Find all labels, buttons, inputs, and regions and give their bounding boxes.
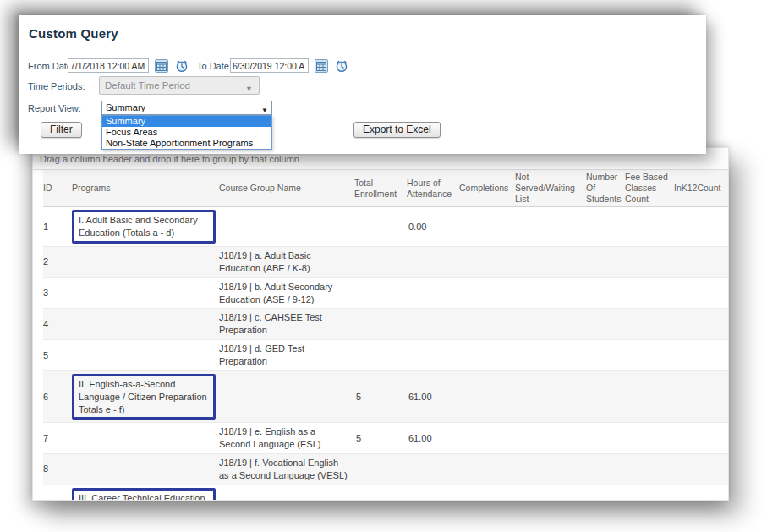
custom-query-panel: Custom Query From Date: To Date: bbox=[19, 15, 706, 154]
to-date-calendar-icon[interactable] bbox=[315, 59, 328, 73]
table-row[interactable]: 1 I. Adult Basic and Secondary Education… bbox=[43, 207, 729, 247]
cell-num-students bbox=[586, 247, 625, 278]
to-date-clock-icon[interactable] bbox=[335, 59, 348, 73]
cell-enroll bbox=[354, 454, 407, 485]
col-header-fee-based[interactable]: Fee Based Classes Count bbox=[625, 170, 674, 207]
cell-ink12 bbox=[674, 247, 729, 278]
cell-ink12 bbox=[674, 454, 729, 485]
cell-course: J18/19 | a. Adult Basic Education (ABE /… bbox=[219, 247, 354, 278]
col-header-ink12count[interactable]: InK12Count bbox=[674, 170, 729, 207]
page: Custom Query From Date: To Date: bbox=[0, 0, 767, 532]
time-periods-value: Default Time Period bbox=[105, 80, 190, 90]
cell-programs bbox=[72, 247, 219, 278]
col-header-course-group-name[interactable]: Course Group Name bbox=[219, 170, 354, 207]
cell-completions bbox=[459, 309, 515, 340]
cell-hours bbox=[407, 454, 459, 485]
cell-fee-based bbox=[625, 277, 674, 309]
cell-not-served bbox=[515, 207, 586, 247]
table-row[interactable]: 5 J18/19 | d. GED Test Preparation bbox=[43, 340, 729, 371]
cell-num-students bbox=[586, 485, 625, 501]
chevron-down-icon: ▼ bbox=[245, 80, 253, 97]
report-view-option-list: Summary Focus Areas Non-State Apportionm… bbox=[101, 115, 272, 150]
cell-programs: III. Career Technical Education (Totals … bbox=[72, 485, 219, 501]
cell-fee-based bbox=[625, 247, 674, 278]
cell-not-served bbox=[515, 454, 586, 485]
calendar-glyph bbox=[316, 61, 326, 71]
clock-glyph bbox=[335, 59, 348, 73]
cell-ink12 bbox=[674, 485, 729, 501]
table-row[interactable]: 4 J18/19 | c. CAHSEE Test Preparation bbox=[43, 309, 729, 340]
results-grid-panel: Drag a column header and drop it here to… bbox=[32, 147, 729, 501]
cell-id: 7 bbox=[43, 423, 72, 454]
cell-num-students bbox=[586, 423, 625, 454]
cell-programs: I. Adult Basic and Secondary Education (… bbox=[72, 207, 219, 247]
cell-id: 3 bbox=[43, 277, 72, 309]
cell-hours: 61.00 bbox=[407, 423, 459, 454]
cell-completions bbox=[459, 485, 515, 501]
export-to-excel-button[interactable]: Export to Excel bbox=[353, 122, 441, 138]
from-date-input[interactable] bbox=[68, 58, 149, 73]
cell-enroll: 18 bbox=[354, 485, 407, 501]
table-row[interactable]: 2 J18/19 | a. Adult Basic Education (ABE… bbox=[43, 247, 729, 278]
cell-id: 6 bbox=[43, 370, 72, 423]
cell-ink12 bbox=[674, 423, 729, 454]
report-view-select[interactable]: Summary ▼ bbox=[101, 101, 272, 115]
cell-not-served bbox=[515, 370, 586, 423]
cell-programs bbox=[72, 454, 219, 485]
cell-id: 4 bbox=[43, 309, 72, 340]
cell-fee-based bbox=[625, 485, 674, 501]
cell-course: J18/19 | e. English as a Second Language… bbox=[219, 423, 354, 454]
col-header-completions[interactable]: Completions bbox=[459, 170, 515, 207]
cell-hours bbox=[407, 277, 459, 309]
cell-id: 1 bbox=[43, 207, 72, 247]
to-date-input[interactable] bbox=[230, 58, 309, 73]
table-row[interactable]: 9 III. Career Technical Education (Total… bbox=[43, 485, 729, 501]
cell-programs: II. English-as-a-Second Language / Citiz… bbox=[72, 370, 219, 423]
cell-num-students bbox=[586, 309, 625, 340]
cell-course bbox=[219, 207, 354, 247]
col-header-total-enrollment[interactable]: Total Enrollment bbox=[354, 170, 407, 207]
cell-enroll bbox=[354, 309, 407, 340]
cell-ink12 bbox=[674, 309, 729, 340]
col-header-hours-of-attendance[interactable]: Hours of Attendance bbox=[407, 170, 459, 207]
cell-not-served bbox=[515, 423, 586, 454]
annotation-highlight-box: III. Career Technical Education (Totals … bbox=[72, 488, 216, 501]
annotation-highlight-box: I. Adult Basic and Secondary Education (… bbox=[72, 210, 216, 244]
option-non-state-apportionment[interactable]: Non-State Apportionment Programs bbox=[102, 138, 271, 149]
table-row[interactable]: 8 J18/19 | f. Vocational English as a Se… bbox=[43, 454, 729, 485]
table-row[interactable]: 3 J18/19 | b. Adult Secondary Education … bbox=[43, 277, 729, 309]
cell-fee-based bbox=[625, 309, 674, 340]
cell-id: 9 bbox=[43, 485, 72, 501]
cell-course: J18/19 | f. Vocational English as a Seco… bbox=[219, 454, 354, 485]
report-view-value: Summary bbox=[106, 102, 145, 112]
col-header-id[interactable]: ID bbox=[43, 170, 72, 207]
cell-fee-based bbox=[625, 423, 674, 454]
cell-ink12 bbox=[674, 370, 729, 423]
cell-completions bbox=[459, 247, 515, 278]
col-header-number-of-students[interactable]: Number Of Students bbox=[586, 170, 625, 207]
cell-id: 8 bbox=[43, 454, 72, 485]
from-date-clock-icon[interactable] bbox=[175, 59, 189, 73]
cell-completions bbox=[459, 207, 515, 247]
cell-fee-based bbox=[625, 454, 674, 485]
cell-enroll bbox=[354, 277, 407, 309]
cell-hours bbox=[407, 247, 459, 278]
time-periods-dropdown[interactable]: Default Time Period ▼ bbox=[99, 76, 260, 95]
cell-num-students bbox=[586, 454, 625, 485]
clock-glyph bbox=[175, 59, 189, 73]
col-header-programs[interactable]: Programs bbox=[72, 170, 219, 207]
cell-programs bbox=[72, 277, 219, 309]
cell-completions bbox=[459, 454, 515, 485]
cell-not-served bbox=[515, 277, 586, 309]
from-date-calendar-icon[interactable] bbox=[155, 59, 168, 73]
option-focus-areas[interactable]: Focus Areas bbox=[102, 127, 271, 138]
cell-enroll bbox=[354, 207, 407, 247]
table-row[interactable]: 7 J18/19 | e. English as a Second Langua… bbox=[43, 423, 729, 454]
cell-hours bbox=[407, 309, 459, 340]
cell-num-students bbox=[586, 370, 625, 423]
filter-button[interactable]: Filter bbox=[41, 122, 82, 138]
col-header-not-served[interactable]: Not Served/Waiting List bbox=[515, 170, 586, 207]
cell-not-served bbox=[515, 485, 586, 501]
table-row[interactable]: 6 II. English-as-a-Second Language / Cit… bbox=[43, 370, 729, 423]
option-summary[interactable]: Summary bbox=[102, 116, 271, 127]
